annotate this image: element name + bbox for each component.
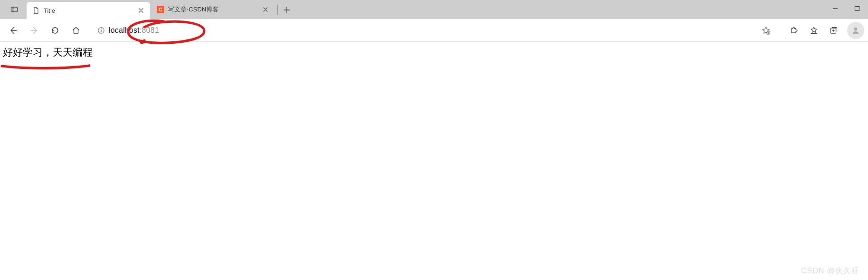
- browser-toolbar: localhost:8081: [0, 19, 868, 42]
- tab-label: Title: [44, 7, 133, 14]
- url-text: localhost:8081: [109, 26, 159, 35]
- tab-separator: [277, 5, 278, 15]
- annotation-underline: [0, 63, 95, 73]
- tab-close-button[interactable]: [137, 6, 145, 15]
- collections-icon: [830, 26, 838, 35]
- watermark: CSDN @执久呀: [801, 266, 859, 276]
- address-bar[interactable]: localhost:8081: [91, 22, 779, 39]
- svg-rect-2: [855, 7, 859, 11]
- minimize-button[interactable]: [824, 0, 846, 17]
- page-icon: [32, 7, 40, 14]
- svg-point-4: [101, 29, 102, 29]
- arrow-right-icon: [29, 26, 39, 35]
- extensions-button[interactable]: [784, 22, 803, 39]
- tab-csdn[interactable]: C 写文章-CSDN博客: [151, 2, 274, 17]
- home-icon: [72, 26, 80, 35]
- star-lines-icon: [810, 26, 818, 35]
- profile-button[interactable]: [847, 22, 864, 39]
- home-button[interactable]: [66, 22, 85, 39]
- back-button[interactable]: [4, 22, 23, 39]
- extensions-icon: [790, 26, 798, 35]
- maximize-icon: [854, 6, 860, 11]
- tab-label: 写文章-CSDN博客: [168, 5, 257, 14]
- url-port: :8081: [140, 26, 159, 34]
- window-controls: [824, 0, 868, 17]
- tab-actions-button[interactable]: [4, 1, 25, 18]
- browser-tab-bar: Title C 写文章-CSDN博客: [0, 0, 868, 19]
- profile-icon: [851, 26, 860, 35]
- toolbar-right: [784, 22, 864, 39]
- tab-title[interactable]: Title: [27, 2, 150, 19]
- page-body-text: 好好学习，天天编程: [3, 46, 865, 59]
- url-host: localhost: [109, 26, 140, 34]
- favorites-button[interactable]: [804, 22, 823, 39]
- star-add-icon: [762, 26, 770, 35]
- tab-close-button[interactable]: [261, 5, 270, 14]
- refresh-button[interactable]: [46, 22, 65, 39]
- site-info-icon[interactable]: [97, 27, 105, 34]
- plus-icon: [283, 7, 290, 13]
- minimize-icon: [832, 6, 838, 11]
- close-icon: [263, 7, 268, 12]
- collections-button[interactable]: [824, 22, 843, 39]
- new-tab-button[interactable]: [280, 3, 294, 17]
- refresh-icon: [51, 26, 59, 35]
- forward-button[interactable]: [25, 22, 44, 39]
- svg-rect-1: [12, 8, 14, 11]
- close-icon: [139, 8, 143, 13]
- csdn-favicon-icon: C: [157, 6, 164, 13]
- arrow-left-icon: [9, 26, 18, 35]
- tab-actions-icon: [10, 6, 18, 13]
- maximize-button[interactable]: [846, 0, 868, 17]
- svg-point-7: [854, 27, 857, 30]
- favorite-button[interactable]: [759, 22, 773, 39]
- page-content: 好好学习，天天编程: [0, 42, 868, 63]
